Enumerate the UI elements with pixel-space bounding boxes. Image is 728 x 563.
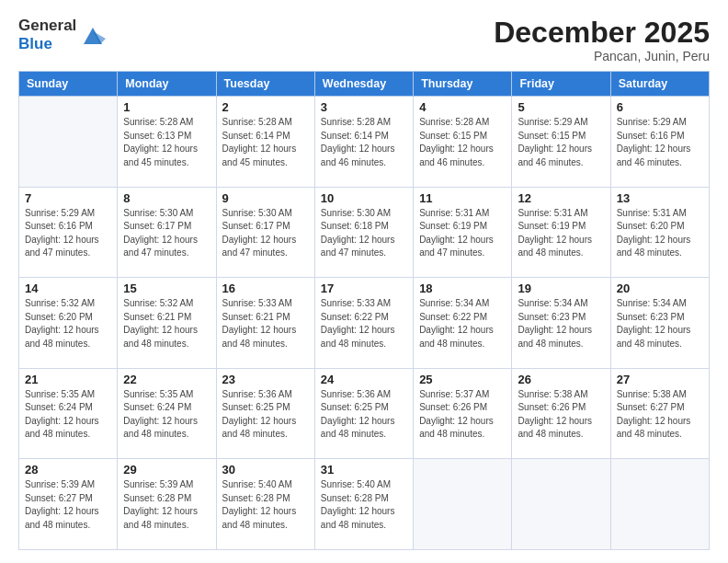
calendar-week-row: 1Sunrise: 5:28 AMSunset: 6:13 PMDaylight… (19, 97, 710, 188)
calendar-day-cell (610, 459, 709, 550)
day-number: 11 (419, 191, 506, 205)
calendar-body: 1Sunrise: 5:28 AMSunset: 6:13 PMDaylight… (19, 97, 710, 550)
month-title: December 2025 (494, 17, 710, 49)
calendar-day-cell: 24Sunrise: 5:36 AMSunset: 6:25 PMDayligh… (314, 368, 413, 459)
day-info: Sunrise: 5:29 AMSunset: 6:16 PMDaylight:… (25, 207, 111, 260)
day-info: Sunrise: 5:40 AMSunset: 6:28 PMDaylight:… (222, 478, 309, 532)
day-info: Sunrise: 5:32 AMSunset: 6:20 PMDaylight:… (25, 297, 111, 350)
day-info: Sunrise: 5:31 AMSunset: 6:19 PMDaylight:… (419, 207, 506, 260)
day-number: 23 (222, 373, 309, 386)
day-number: 29 (123, 463, 210, 477)
day-number: 1 (123, 100, 210, 114)
day-info: Sunrise: 5:32 AMSunset: 6:21 PMDaylight:… (123, 297, 210, 350)
calendar-day-cell: 2Sunrise: 5:28 AMSunset: 6:14 PMDaylight… (216, 97, 314, 188)
calendar-day-cell: 18Sunrise: 5:34 AMSunset: 6:22 PMDayligh… (414, 278, 512, 369)
calendar-day-cell: 15Sunrise: 5:32 AMSunset: 6:21 PMDayligh… (118, 278, 216, 369)
calendar-day-cell: 26Sunrise: 5:38 AMSunset: 6:26 PMDayligh… (512, 368, 610, 459)
calendar-day-cell: 11Sunrise: 5:31 AMSunset: 6:19 PMDayligh… (414, 187, 512, 278)
day-info: Sunrise: 5:33 AMSunset: 6:21 PMDaylight:… (222, 297, 309, 350)
day-number: 22 (123, 373, 210, 386)
calendar-header-cell: Wednesday (314, 72, 413, 97)
calendar-table: SundayMondayTuesdayWednesdayThursdayFrid… (18, 71, 710, 550)
day-number: 5 (518, 100, 604, 114)
calendar-day-cell: 28Sunrise: 5:39 AMSunset: 6:27 PMDayligh… (19, 459, 118, 550)
day-info: Sunrise: 5:36 AMSunset: 6:25 PMDaylight:… (321, 388, 407, 442)
calendar-day-cell: 17Sunrise: 5:33 AMSunset: 6:22 PMDayligh… (314, 278, 413, 369)
day-number: 2 (222, 100, 309, 114)
calendar-day-cell (19, 97, 118, 188)
day-info: Sunrise: 5:31 AMSunset: 6:20 PMDaylight:… (617, 207, 703, 260)
calendar-day-cell: 31Sunrise: 5:40 AMSunset: 6:28 PMDayligh… (314, 459, 413, 550)
calendar-day-cell (414, 459, 512, 550)
calendar-day-cell: 25Sunrise: 5:37 AMSunset: 6:26 PMDayligh… (414, 368, 512, 459)
calendar-day-cell: 10Sunrise: 5:30 AMSunset: 6:18 PMDayligh… (314, 187, 413, 278)
day-info: Sunrise: 5:39 AMSunset: 6:27 PMDaylight:… (25, 478, 111, 532)
calendar-day-cell: 16Sunrise: 5:33 AMSunset: 6:21 PMDayligh… (216, 278, 314, 369)
day-number: 8 (123, 191, 210, 205)
logo-icon (80, 22, 106, 48)
day-number: 13 (617, 191, 703, 205)
day-info: Sunrise: 5:30 AMSunset: 6:18 PMDaylight:… (321, 207, 407, 260)
day-number: 17 (321, 282, 407, 295)
day-number: 24 (321, 373, 407, 386)
day-number: 7 (25, 191, 111, 205)
day-info: Sunrise: 5:28 AMSunset: 6:14 PMDaylight:… (321, 116, 407, 169)
day-info: Sunrise: 5:35 AMSunset: 6:24 PMDaylight:… (123, 388, 210, 442)
day-number: 20 (617, 282, 703, 295)
day-number: 9 (222, 191, 309, 205)
day-info: Sunrise: 5:30 AMSunset: 6:17 PMDaylight:… (123, 207, 210, 260)
day-number: 26 (518, 373, 604, 386)
calendar-week-row: 14Sunrise: 5:32 AMSunset: 6:20 PMDayligh… (19, 278, 710, 369)
calendar-header-cell: Tuesday (216, 72, 314, 97)
calendar-header-cell: Thursday (414, 72, 512, 97)
day-info: Sunrise: 5:40 AMSunset: 6:28 PMDaylight:… (321, 478, 407, 532)
calendar-day-cell (512, 459, 610, 550)
calendar-day-cell: 23Sunrise: 5:36 AMSunset: 6:25 PMDayligh… (216, 368, 314, 459)
day-number: 19 (518, 282, 604, 295)
logo-line1: General (18, 17, 76, 35)
day-info: Sunrise: 5:28 AMSunset: 6:14 PMDaylight:… (222, 116, 309, 169)
calendar-header-cell: Friday (512, 72, 610, 97)
day-number: 16 (222, 282, 309, 295)
calendar-day-cell: 27Sunrise: 5:38 AMSunset: 6:27 PMDayligh… (610, 368, 709, 459)
day-number: 4 (419, 100, 506, 114)
day-number: 21 (25, 373, 111, 386)
day-info: Sunrise: 5:39 AMSunset: 6:28 PMDaylight:… (123, 478, 210, 532)
calendar-day-cell: 9Sunrise: 5:30 AMSunset: 6:17 PMDaylight… (216, 187, 314, 278)
day-info: Sunrise: 5:28 AMSunset: 6:15 PMDaylight:… (419, 116, 506, 169)
calendar-day-cell: 30Sunrise: 5:40 AMSunset: 6:28 PMDayligh… (216, 459, 314, 550)
calendar-header-row: SundayMondayTuesdayWednesdayThursdayFrid… (19, 72, 710, 97)
calendar-day-cell: 22Sunrise: 5:35 AMSunset: 6:24 PMDayligh… (118, 368, 216, 459)
calendar-day-cell: 21Sunrise: 5:35 AMSunset: 6:24 PMDayligh… (19, 368, 118, 459)
day-info: Sunrise: 5:35 AMSunset: 6:24 PMDaylight:… (25, 388, 111, 442)
calendar-week-row: 7Sunrise: 5:29 AMSunset: 6:16 PMDaylight… (19, 187, 710, 278)
calendar-day-cell: 20Sunrise: 5:34 AMSunset: 6:23 PMDayligh… (610, 278, 709, 369)
header: General Blue December 2025 Pancan, Junin… (18, 17, 710, 63)
day-info: Sunrise: 5:38 AMSunset: 6:26 PMDaylight:… (518, 388, 604, 442)
day-info: Sunrise: 5:34 AMSunset: 6:22 PMDaylight:… (419, 297, 506, 350)
logo: General Blue (18, 17, 106, 52)
day-number: 28 (25, 463, 111, 477)
day-info: Sunrise: 5:33 AMSunset: 6:22 PMDaylight:… (321, 297, 407, 350)
day-info: Sunrise: 5:34 AMSunset: 6:23 PMDaylight:… (617, 297, 703, 350)
calendar-week-row: 28Sunrise: 5:39 AMSunset: 6:27 PMDayligh… (19, 459, 710, 550)
day-info: Sunrise: 5:37 AMSunset: 6:26 PMDaylight:… (419, 388, 506, 442)
calendar-day-cell: 8Sunrise: 5:30 AMSunset: 6:17 PMDaylight… (118, 187, 216, 278)
day-info: Sunrise: 5:29 AMSunset: 6:16 PMDaylight:… (617, 116, 703, 169)
day-info: Sunrise: 5:31 AMSunset: 6:19 PMDaylight:… (518, 207, 604, 260)
day-info: Sunrise: 5:29 AMSunset: 6:15 PMDaylight:… (518, 116, 604, 169)
day-number: 15 (123, 282, 210, 295)
day-info: Sunrise: 5:30 AMSunset: 6:17 PMDaylight:… (222, 207, 309, 260)
calendar-day-cell: 14Sunrise: 5:32 AMSunset: 6:20 PMDayligh… (19, 278, 118, 369)
day-info: Sunrise: 5:38 AMSunset: 6:27 PMDaylight:… (617, 388, 703, 442)
day-number: 27 (617, 373, 703, 386)
calendar-day-cell: 29Sunrise: 5:39 AMSunset: 6:28 PMDayligh… (118, 459, 216, 550)
calendar-day-cell: 4Sunrise: 5:28 AMSunset: 6:15 PMDaylight… (414, 97, 512, 188)
day-number: 14 (25, 282, 111, 295)
day-number: 18 (419, 282, 506, 295)
day-number: 30 (222, 463, 309, 477)
day-number: 10 (321, 191, 407, 205)
logo-line2: Blue (18, 35, 76, 53)
calendar-day-cell: 13Sunrise: 5:31 AMSunset: 6:20 PMDayligh… (610, 187, 709, 278)
logo-text: General Blue (18, 17, 106, 52)
